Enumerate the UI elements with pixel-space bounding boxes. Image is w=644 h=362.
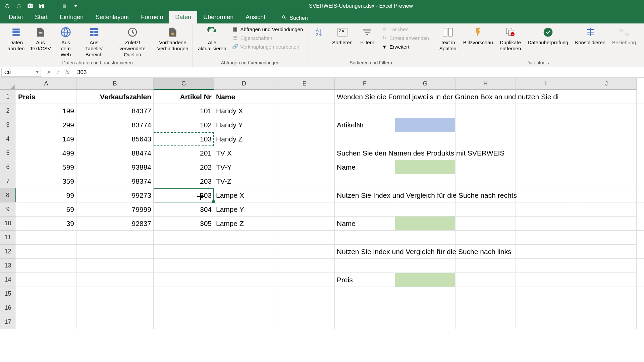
cell[interactable]: 85643 bbox=[76, 132, 154, 146]
cell[interactable]: 79999 bbox=[76, 202, 154, 217]
cell[interactable] bbox=[395, 287, 455, 301]
cell[interactable] bbox=[335, 174, 395, 188]
cell[interactable]: 92837 bbox=[76, 217, 154, 231]
cell[interactable]: 303 bbox=[154, 188, 214, 202]
tab-formeln[interactable]: Formeln bbox=[135, 11, 169, 23]
cell[interactable] bbox=[274, 104, 335, 118]
cancel-formula-button[interactable]: ✕ bbox=[44, 68, 53, 77]
cell[interactable] bbox=[516, 202, 576, 217]
col-header-C[interactable]: C bbox=[154, 78, 214, 90]
cell[interactable]: ArtikelNr bbox=[335, 118, 644, 132]
tab-ueberpruefen[interactable]: Überprüfen bbox=[197, 11, 239, 23]
touch-mode-button[interactable] bbox=[48, 1, 58, 11]
cell[interactable] bbox=[455, 315, 516, 329]
cell[interactable] bbox=[395, 118, 455, 132]
cell[interactable] bbox=[214, 273, 274, 287]
row-header-7[interactable]: 7 bbox=[0, 174, 16, 188]
alle-aktualisieren-button[interactable]: Alle aktualisieren bbox=[196, 25, 228, 53]
cell[interactable] bbox=[274, 301, 335, 315]
cell[interactable] bbox=[335, 231, 395, 245]
row-header-9[interactable]: 9 bbox=[0, 202, 16, 217]
cell[interactable] bbox=[516, 231, 576, 245]
vorhandene-button[interactable]: Vorhandene Verbindungen bbox=[157, 25, 189, 53]
cell[interactable] bbox=[16, 273, 76, 287]
cell[interactable]: TV X bbox=[214, 146, 274, 160]
filtern-button[interactable]: Filtern bbox=[357, 25, 377, 47]
cell[interactable] bbox=[455, 202, 516, 217]
col-header-G[interactable]: G bbox=[395, 78, 455, 90]
cell[interactable] bbox=[335, 104, 395, 118]
cell[interactable] bbox=[76, 315, 154, 329]
row-header-10[interactable]: 10 bbox=[0, 217, 16, 231]
cell[interactable] bbox=[516, 259, 576, 273]
cell[interactable]: 99273 bbox=[76, 188, 154, 202]
select-all-corner[interactable] bbox=[0, 78, 16, 90]
col-header-A[interactable]: A bbox=[16, 78, 76, 90]
cell[interactable] bbox=[214, 245, 274, 259]
cell[interactable]: 359 bbox=[16, 174, 76, 188]
cell[interactable] bbox=[214, 231, 274, 245]
aus-tabelle-button[interactable]: Aus Tabelle/ Bereich bbox=[79, 25, 108, 59]
col-header-J[interactable]: J bbox=[576, 78, 637, 90]
eigenschaften-button[interactable]: ☰Eigenschaften bbox=[231, 34, 304, 42]
row-header-1[interactable]: 1 bbox=[0, 90, 16, 104]
col-header-I[interactable]: I bbox=[516, 78, 576, 90]
cell[interactable] bbox=[214, 315, 274, 329]
erweitert-button[interactable]: ▼Erweitert bbox=[380, 43, 430, 50]
cell[interactable] bbox=[274, 245, 335, 259]
save-button[interactable] bbox=[37, 1, 46, 11]
cell[interactable] bbox=[576, 202, 637, 217]
cell[interactable]: 203 bbox=[154, 174, 214, 188]
konsolidieren-button[interactable]: Konsolidieren bbox=[573, 25, 607, 47]
cell[interactable] bbox=[274, 231, 335, 245]
col-header-B[interactable]: B bbox=[76, 78, 154, 90]
cell[interactable] bbox=[576, 132, 637, 146]
cell[interactable] bbox=[274, 160, 335, 174]
cell[interactable] bbox=[576, 287, 637, 301]
redo-button[interactable] bbox=[14, 1, 23, 11]
cell[interactable] bbox=[335, 301, 395, 315]
row-header-8[interactable]: 8 bbox=[0, 188, 16, 202]
row-header-6[interactable]: 6 bbox=[0, 160, 16, 174]
cell[interactable]: Preis bbox=[335, 273, 644, 287]
cell[interactable] bbox=[395, 174, 455, 188]
cell[interactable] bbox=[16, 259, 76, 273]
verknuepfungen-button[interactable]: 🔗Verknüpfungen bearbeiten bbox=[231, 43, 304, 50]
cell[interactable] bbox=[274, 132, 335, 146]
tab-datei[interactable]: Datei bbox=[3, 11, 29, 23]
row-header-2[interactable]: 2 bbox=[0, 104, 16, 118]
col-header-F[interactable]: F bbox=[335, 78, 395, 90]
cell[interactable] bbox=[274, 202, 335, 217]
row-header-11[interactable]: 11 bbox=[0, 231, 16, 245]
cell[interactable] bbox=[274, 174, 335, 188]
cell[interactable] bbox=[516, 315, 576, 329]
cell[interactable] bbox=[576, 104, 637, 118]
cell[interactable] bbox=[395, 132, 455, 146]
cell[interactable] bbox=[576, 174, 637, 188]
cell[interactable] bbox=[455, 231, 516, 245]
cell[interactable] bbox=[576, 231, 637, 245]
cell[interactable] bbox=[395, 301, 455, 315]
cell[interactable]: 102 bbox=[154, 118, 214, 132]
cell[interactable]: Handy Y bbox=[214, 118, 274, 132]
row-header-13[interactable]: 13 bbox=[0, 259, 16, 273]
cell[interactable] bbox=[455, 104, 516, 118]
cell[interactable]: Lampe X bbox=[214, 188, 274, 202]
aus-web-button[interactable]: Aus dem Web bbox=[55, 25, 77, 59]
cell[interactable] bbox=[16, 287, 76, 301]
formula-input[interactable]: 303 bbox=[74, 69, 644, 76]
cell[interactable]: Lampe Y bbox=[214, 202, 274, 217]
cell[interactable]: 93884 bbox=[76, 160, 154, 174]
cell[interactable] bbox=[395, 160, 455, 174]
cell[interactable] bbox=[516, 132, 576, 146]
cell[interactable] bbox=[335, 315, 395, 329]
cell[interactable] bbox=[516, 174, 576, 188]
cell[interactable] bbox=[274, 146, 335, 160]
cell[interactable]: Wenden Sie die Formel jeweils in der Grü… bbox=[335, 90, 644, 104]
cell[interactable]: 599 bbox=[16, 160, 76, 174]
cell[interactable] bbox=[76, 259, 154, 273]
cell[interactable] bbox=[335, 259, 395, 273]
cell[interactable] bbox=[455, 259, 516, 273]
tab-seitenlayout[interactable]: Seitenlayout bbox=[90, 11, 135, 23]
text-spalten-button[interactable]: Text in Spalten bbox=[437, 25, 459, 53]
